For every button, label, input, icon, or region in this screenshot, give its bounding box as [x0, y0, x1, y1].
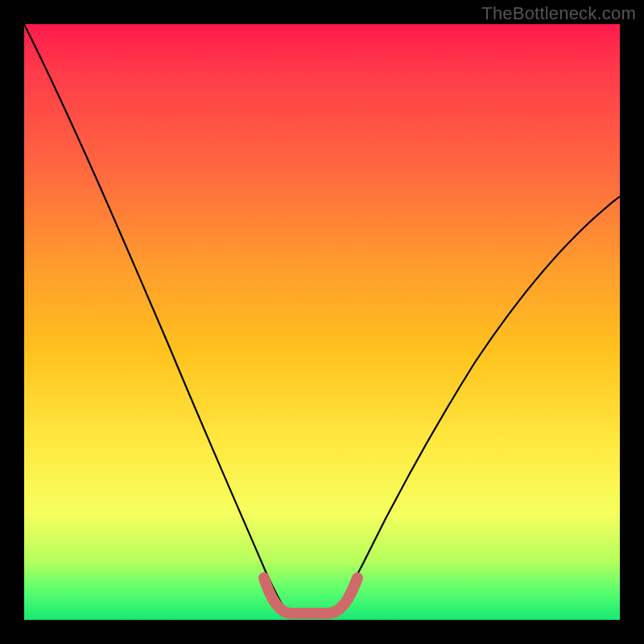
outer-frame: TheBottleneck.com	[0, 0, 644, 644]
gradient-plot-area	[24, 24, 620, 620]
curve-path	[24, 24, 620, 613]
watermark-text: TheBottleneck.com	[481, 3, 636, 24]
bottleneck-curve	[24, 24, 620, 620]
